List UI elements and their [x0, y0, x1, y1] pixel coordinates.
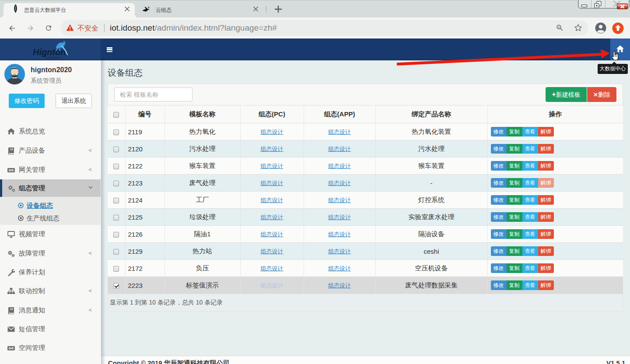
svg-text:Hignton: Hignton	[33, 47, 66, 57]
svg-text:华辰智通科技: 华辰智通科技	[45, 56, 61, 59]
